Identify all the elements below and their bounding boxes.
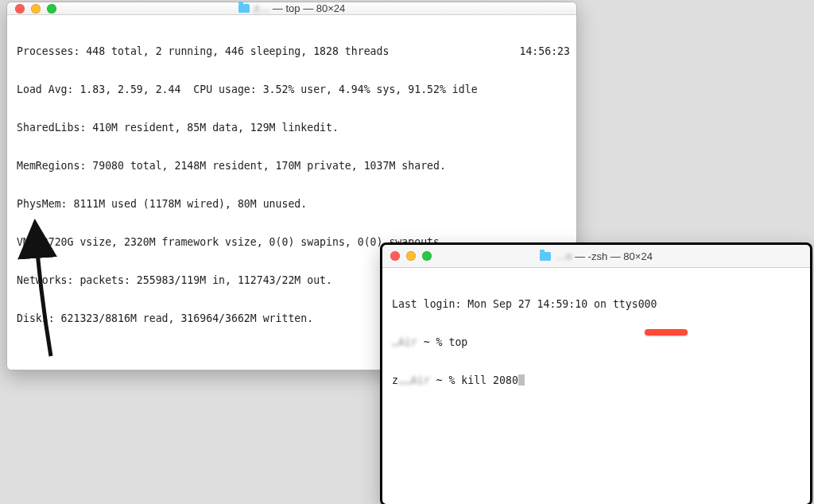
title-suffix: — -zsh — 80×24 — [575, 250, 653, 262]
terminal-body-zsh[interactable]: Last login: Mon Sep 27 14:59:10 on ttys0… — [382, 268, 810, 419]
minimize-icon[interactable] — [31, 4, 41, 14]
window-title: …n — -zsh — 80×24 — [382, 250, 810, 262]
titlebar-top[interactable]: z… — top — 80×24 — [7, 2, 576, 15]
summary-physmem: PhysMem: 8111M used (1178M wired), 80M u… — [17, 198, 570, 211]
close-icon[interactable] — [15, 4, 25, 14]
traffic-lights — [15, 4, 56, 14]
title-suffix: — top — 80×24 — [273, 2, 345, 14]
titlebar-zsh[interactable]: …n — -zsh — 80×24 — [382, 245, 810, 268]
summary-sharedlibs: SharedLibs: 410M resident, 85M data, 129… — [17, 122, 570, 134]
annotation-red-underline — [645, 329, 688, 335]
clock: 14:56:23 — [519, 45, 570, 58]
window-title: z… — top — 80×24 — [7, 2, 576, 14]
folder-icon — [238, 4, 250, 13]
traffic-lights — [390, 251, 432, 261]
last-login-line: Last login: Mon Sep 27 14:59:10 on ttys0… — [392, 298, 804, 311]
zoom-icon[interactable] — [422, 251, 432, 261]
summary-processes: Processes: 448 total, 2 running, 446 sle… — [17, 45, 570, 58]
prompt-line-1: …Air ~ % top — [392, 336, 804, 349]
prompt-line-2[interactable]: z……Air ~ % kill 2080 — [392, 374, 804, 387]
terminal-window-zsh[interactable]: …n — -zsh — 80×24 Last login: Mon Sep 27… — [380, 242, 812, 504]
title-user-blurred: …n — [556, 250, 572, 262]
title-user-blurred: z… — [254, 2, 270, 14]
summary-memregions: MemRegions: 79080 total, 2148M resident,… — [17, 160, 570, 173]
close-icon[interactable] — [390, 251, 400, 261]
zoom-icon[interactable] — [47, 4, 56, 14]
summary-load: Load Avg: 1.83, 2.59, 2.44 CPU usage: 3.… — [17, 83, 570, 96]
cursor-icon — [518, 374, 525, 386]
minimize-icon[interactable] — [406, 251, 416, 261]
folder-icon — [540, 252, 551, 261]
